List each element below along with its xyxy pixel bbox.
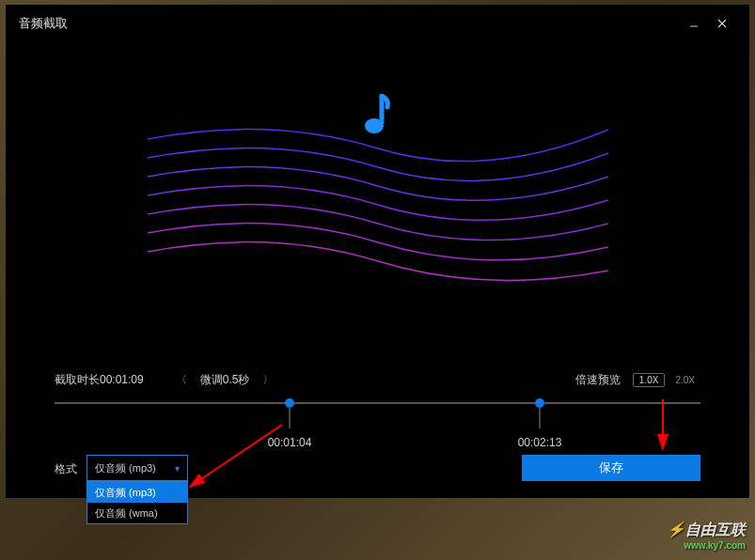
speed-label: 倍速预览 [575,372,621,388]
format-selected: 仅音频 (mp3) [95,461,156,475]
format-option-wma[interactable]: 仅音频 (wma) [87,503,187,523]
preview-area [6,42,749,366]
audio-extract-dialog: 音频截取 截取时长00:01:09 〈 [6,5,749,498]
format-option-mp3[interactable]: 仅音频 (mp3) [87,482,187,503]
start-handle[interactable] [285,398,294,408]
bottom-row: 格式 仅音频 (mp3) ▾ 仅音频 (mp3) 仅音频 (wma) 保存 [6,451,749,498]
info-row: 截取时长00:01:09 〈 微调0.5秒 〉 倍速预览 1.0X 2.0X [6,366,749,393]
start-time: 00:01:04 [268,436,312,449]
fine-tune-label: 微调0.5秒 [200,372,250,388]
format-dropdown: 仅音频 (mp3) 仅音频 (wma) [87,481,188,524]
watermark: ⚡自由互联 www.ky7.com [667,521,746,551]
save-button[interactable]: 保存 [522,455,700,481]
timeline-track[interactable]: 00:01:04 00:02:13 [55,402,700,404]
end-handle[interactable] [535,398,544,408]
timeline: 00:01:04 00:02:13 [6,393,749,451]
fine-tune-next[interactable]: 〉 [259,372,277,388]
format-label: 格式 [55,455,77,477]
fine-tune-prev[interactable]: 〈 [172,372,191,388]
chevron-down-icon: ▾ [175,463,180,474]
music-note-icon [363,94,393,139]
titlebar: 音频截取 [6,5,749,42]
end-time: 00:02:13 [518,436,562,449]
duration-value: 00:01:09 [100,373,144,386]
dialog-title: 音频截取 [19,15,68,32]
duration-label: 截取时长 [55,372,100,388]
speed-2x-button[interactable]: 2.0X [669,374,700,386]
svg-point-3 [365,118,384,133]
minimize-button[interactable] [680,9,708,38]
fine-tune-control: 〈 微调0.5秒 〉 [172,372,278,388]
close-button[interactable] [708,9,736,38]
format-select[interactable]: 仅音频 (mp3) ▾ [87,455,188,481]
speed-1x-button[interactable]: 1.0X [633,373,666,387]
